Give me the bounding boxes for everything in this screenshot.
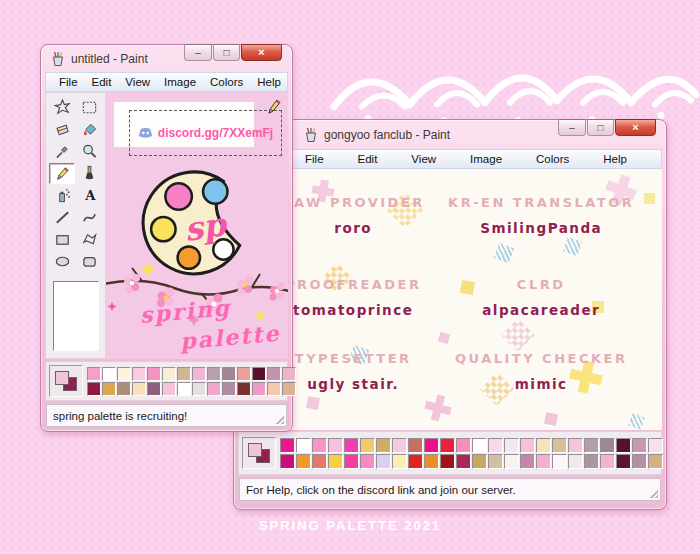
color-swatch[interactable]	[440, 454, 455, 469]
color-swatch[interactable]	[600, 454, 615, 469]
color-swatch[interactable]	[312, 454, 327, 469]
tool-magnifier[interactable]	[76, 141, 102, 162]
tool-pick-color[interactable]	[49, 141, 75, 162]
menu-help[interactable]: Help	[250, 76, 288, 88]
color-swatch[interactable]	[102, 382, 116, 396]
color-swatch[interactable]	[488, 438, 503, 453]
color-swatch[interactable]	[632, 454, 647, 469]
close-button[interactable]: ×	[615, 119, 656, 136]
discord-link-selection[interactable]: discord.gg/7XXemFj	[129, 110, 282, 156]
tool-options-panel[interactable]	[53, 281, 99, 351]
color-swatch[interactable]	[328, 438, 343, 453]
color-swatch[interactable]	[312, 438, 327, 453]
foreground-color[interactable]	[55, 371, 69, 385]
color-swatch[interactable]	[147, 367, 161, 381]
titlebar[interactable]: gongyoo fanclub - Paint – □ ×	[238, 120, 662, 149]
menu-image[interactable]: Image	[470, 153, 502, 165]
foreground-color[interactable]	[248, 443, 262, 457]
color-swatch[interactable]	[504, 438, 519, 453]
color-swatch[interactable]	[536, 438, 551, 453]
tool-rounded-rectangle[interactable]	[76, 251, 102, 272]
color-swatch[interactable]	[568, 454, 583, 469]
color-swatch[interactable]	[132, 382, 146, 396]
color-swatch[interactable]	[222, 367, 236, 381]
color-swatch[interactable]	[252, 367, 266, 381]
color-swatch[interactable]	[117, 367, 131, 381]
color-swatch[interactable]	[280, 438, 295, 453]
color-swatch[interactable]	[328, 454, 343, 469]
color-swatch[interactable]	[147, 382, 161, 396]
color-swatch[interactable]	[252, 382, 266, 396]
color-swatch[interactable]	[280, 454, 295, 469]
discord-invite-link[interactable]: discord.gg/7XXemFj	[158, 126, 273, 140]
color-swatch[interactable]	[192, 367, 206, 381]
color-swatch[interactable]	[177, 367, 191, 381]
color-swatch[interactable]	[267, 382, 281, 396]
menu-edit[interactable]: Edit	[85, 76, 119, 88]
color-swatch[interactable]	[456, 438, 471, 453]
menu-view[interactable]: View	[411, 153, 436, 165]
menu-edit[interactable]: Edit	[358, 153, 378, 165]
color-swatch[interactable]	[472, 454, 487, 469]
close-button[interactable]: ×	[241, 44, 282, 61]
color-swatch[interactable]	[376, 438, 391, 453]
color-swatch[interactable]	[344, 454, 359, 469]
color-swatch[interactable]	[424, 438, 439, 453]
tool-free-form-select[interactable]	[49, 97, 75, 118]
color-swatch[interactable]	[392, 438, 407, 453]
minimize-button[interactable]: –	[184, 44, 212, 61]
color-swatch[interactable]	[360, 438, 375, 453]
color-swatch[interactable]	[296, 454, 311, 469]
color-swatch[interactable]	[177, 382, 191, 396]
color-swatch[interactable]	[132, 367, 146, 381]
tool-line[interactable]	[49, 207, 75, 228]
color-swatch[interactable]	[392, 454, 407, 469]
maximize-button[interactable]: □	[587, 119, 614, 136]
color-swatch[interactable]	[648, 454, 663, 469]
color-swatch[interactable]	[296, 438, 311, 453]
tool-curve[interactable]	[76, 207, 102, 228]
color-swatch[interactable]	[192, 382, 206, 396]
drawing-canvas[interactable]: RAW PROVIDER roro KR-EN TRANSLATOR Smili…	[238, 169, 662, 430]
tool-eraser[interactable]	[49, 119, 75, 140]
color-swatch[interactable]	[282, 382, 296, 396]
color-swatch[interactable]	[472, 438, 487, 453]
color-swatch[interactable]	[520, 438, 535, 453]
color-swatch[interactable]	[504, 454, 519, 469]
color-swatch[interactable]	[536, 454, 551, 469]
menu-file[interactable]: File	[52, 76, 85, 88]
tool-ellipse[interactable]	[49, 251, 75, 272]
color-swatch[interactable]	[102, 367, 116, 381]
color-swatch[interactable]	[162, 367, 176, 381]
menu-image[interactable]: Image	[157, 76, 203, 88]
color-swatch[interactable]	[117, 382, 131, 396]
menu-view[interactable]: View	[118, 76, 157, 88]
menu-colors[interactable]: Colors	[536, 153, 569, 165]
color-swatch[interactable]	[520, 454, 535, 469]
color-swatch[interactable]	[237, 382, 251, 396]
resize-grip[interactable]	[274, 414, 284, 424]
tool-airbrush[interactable]	[49, 185, 75, 206]
color-swatch[interactable]	[408, 438, 423, 453]
tool-polygon[interactable]	[76, 229, 102, 250]
color-swatch[interactable]	[488, 454, 503, 469]
color-swatch[interactable]	[237, 367, 251, 381]
color-swatch[interactable]	[616, 438, 631, 453]
color-swatch[interactable]	[456, 454, 471, 469]
color-swatch[interactable]	[440, 438, 455, 453]
tool-pencil[interactable]	[49, 163, 75, 184]
tool-text[interactable]: A	[76, 185, 102, 206]
color-swatch[interactable]	[207, 367, 221, 381]
color-swatch[interactable]	[648, 438, 663, 453]
color-swatch[interactable]	[568, 438, 583, 453]
color-swatch[interactable]	[267, 367, 281, 381]
color-swatch[interactable]	[376, 454, 391, 469]
color-swatch[interactable]	[207, 382, 221, 396]
menu-help[interactable]: Help	[603, 153, 627, 165]
color-swatch[interactable]	[282, 367, 296, 381]
color-swatch[interactable]	[87, 367, 101, 381]
tool-brush[interactable]	[76, 163, 102, 184]
color-swatch[interactable]	[584, 454, 599, 469]
color-swatch[interactable]	[162, 382, 176, 396]
color-swatch[interactable]	[584, 438, 599, 453]
